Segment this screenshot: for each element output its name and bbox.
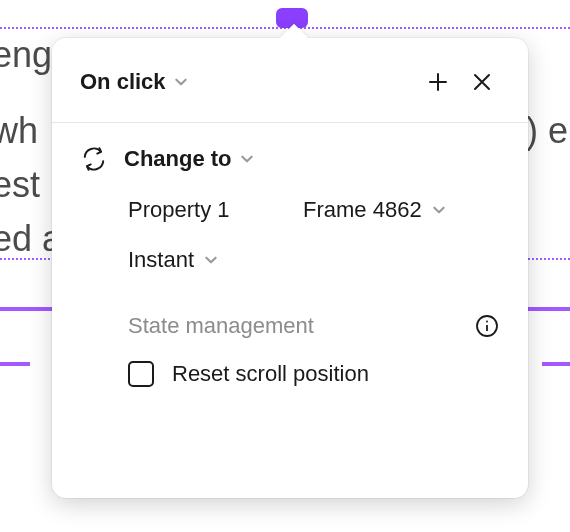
frame-underline-2-left [0, 362, 30, 366]
svg-point-2 [486, 321, 488, 323]
animation-label: Instant [128, 247, 194, 273]
action-type-label: Change to [124, 146, 232, 172]
variant-property-row: Property 1 Frame 4862 [128, 197, 500, 223]
action-type-select[interactable]: Change to [124, 146, 254, 172]
variant-value-select[interactable]: Frame 4862 [303, 197, 446, 223]
popover-header: On click [52, 38, 528, 123]
canvas-text-fragment: est [0, 158, 40, 212]
frame-underline-2-right [542, 362, 570, 366]
popover-body: Change to Property 1 Frame 4862 Instant [52, 123, 528, 411]
swap-icon [80, 145, 108, 173]
close-button[interactable] [460, 60, 504, 104]
reset-scroll-label: Reset scroll position [172, 361, 369, 387]
state-management-section-header: State management [128, 313, 500, 339]
trigger-label: On click [80, 69, 166, 95]
add-interaction-button[interactable] [416, 60, 460, 104]
interaction-popover: On click [52, 38, 528, 498]
info-icon[interactable] [474, 313, 500, 339]
chevron-down-icon [204, 253, 218, 267]
trigger-select[interactable]: On click [80, 69, 188, 95]
variant-property-name: Property 1 [128, 197, 303, 223]
action-row: Change to [80, 145, 500, 173]
variant-value-label: Frame 4862 [303, 197, 422, 223]
animation-select[interactable]: Instant [128, 247, 218, 273]
chevron-down-icon [432, 203, 446, 217]
reset-scroll-checkbox-row[interactable]: Reset scroll position [128, 361, 500, 387]
state-management-title: State management [128, 313, 314, 339]
canvas-text-fragment: eng [0, 28, 52, 82]
canvas-text-fragment: ) er [526, 104, 570, 158]
canvas-text-fragment: wh [0, 104, 38, 158]
chevron-down-icon [240, 152, 254, 166]
design-canvas: eng wh ) er est ed a On click [0, 0, 570, 532]
chevron-down-icon [174, 75, 188, 89]
reset-scroll-checkbox[interactable] [128, 361, 154, 387]
